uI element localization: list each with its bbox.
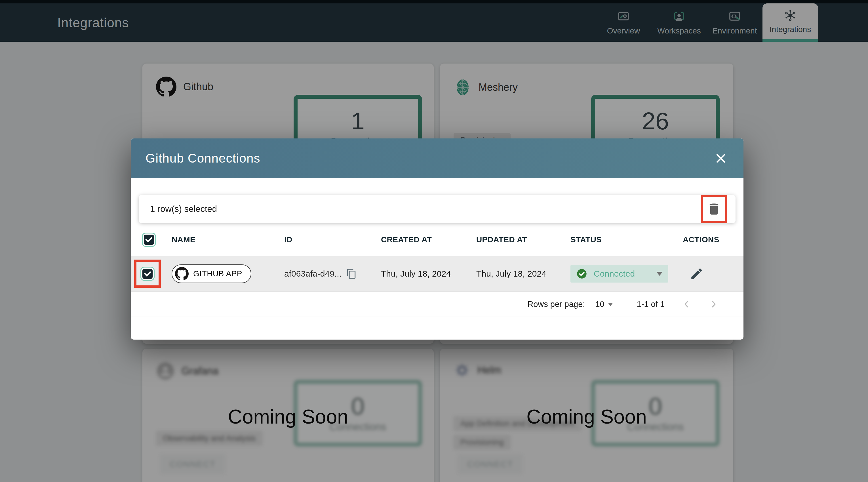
- next-page-icon[interactable]: [708, 299, 719, 309]
- modal-header: Github Connections: [131, 139, 743, 178]
- created-at-value: Thu, July 18, 2024: [381, 269, 476, 279]
- copy-icon[interactable]: [346, 268, 357, 279]
- github-icon: [175, 267, 189, 280]
- previous-page-icon[interactable]: [681, 299, 692, 309]
- connection-name-chip[interactable]: GITHUB APP: [172, 264, 251, 283]
- select-all-checkbox[interactable]: [144, 235, 154, 245]
- table-pagination: Rows per page: 10 1-1 of 1: [131, 291, 743, 317]
- modal-title: Github Connections: [146, 151, 260, 165]
- col-created-at: CREATED AT: [381, 235, 476, 244]
- selected-count-label: 1 row(s) selected: [150, 204, 217, 214]
- col-updated-at: UPDATED AT: [476, 235, 570, 244]
- check-circle-icon: [576, 268, 587, 279]
- delete-annotation-box: [701, 195, 727, 223]
- rows-per-page-label: Rows per page:: [527, 300, 585, 309]
- status-badge: Connected: [594, 269, 656, 279]
- checkbox-annotation-box: [134, 260, 161, 288]
- edit-icon[interactable]: [689, 267, 704, 281]
- close-icon[interactable]: [713, 150, 729, 166]
- chevron-down-icon: [656, 272, 663, 279]
- table-header: NAME ID CREATED AT UPDATED AT STATUS ACT…: [131, 223, 743, 256]
- pagination-range: 1-1 of 1: [637, 300, 664, 309]
- status-select[interactable]: Connected: [570, 265, 668, 282]
- connection-name: GITHUB APP: [193, 269, 242, 278]
- connection-id: af063afa-d49...: [284, 269, 342, 279]
- table-row: GITHUB APP af063afa-d49... Thu, July 18,…: [131, 256, 743, 291]
- col-id: ID: [284, 235, 381, 244]
- col-actions: ACTIONS: [683, 235, 737, 244]
- github-connections-modal: Github Connections 1 row(s) selected NAM…: [131, 139, 743, 339]
- col-name: NAME: [172, 235, 284, 244]
- trash-icon[interactable]: [707, 202, 721, 216]
- col-status: STATUS: [570, 235, 683, 244]
- row-checkbox[interactable]: [143, 269, 153, 279]
- selection-toolbar: 1 row(s) selected: [139, 195, 736, 223]
- updated-at-value: Thu, July 18, 2024: [476, 269, 570, 279]
- chevron-down-icon: [608, 303, 613, 309]
- rows-per-page-select[interactable]: 10: [595, 300, 613, 309]
